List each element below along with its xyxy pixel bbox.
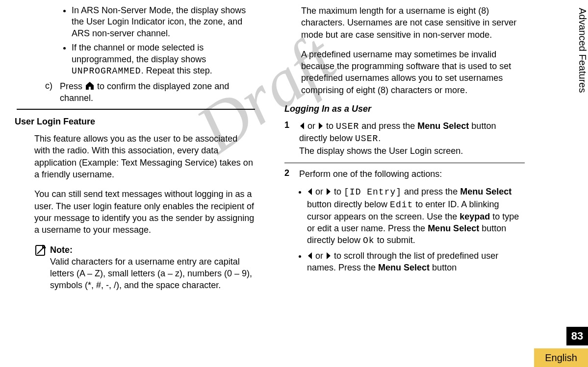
note-text: Valid characters for a username entry ar… [50,257,252,291]
note-block: Note: Valid characters for a username en… [15,244,255,292]
text: button directly below [307,199,390,209]
note-icon [34,244,50,292]
list-item: or to [ID Entry] and press the Menu Sele… [307,186,525,246]
bold-text: Menu Select [378,263,430,272]
language-label: English [534,348,588,367]
column-left: In ARS Non-Server Mode, the display show… [15,5,270,292]
paragraph: The maximum length for a username is eig… [284,5,525,41]
code-text: Edit [390,200,413,210]
note-body: Note: Valid characters for a username en… [50,244,255,292]
step-c: c) Press to confirm the displayed zone a… [45,81,255,104]
side-tab: Advanced Features 83 English [566,0,588,367]
note-title: Note: [50,245,73,255]
text: to [324,121,336,131]
left-arrow-icon [299,122,305,130]
section-heading: Logging In as a User [284,104,525,114]
right-arrow-icon [318,122,324,130]
text: . [378,133,381,143]
text: to submit. [375,235,415,245]
code-text: USER [336,122,359,131]
code-text: UNPROGRAMMED [72,66,141,76]
list-item: If the channel or mode selected is unpro… [72,42,255,77]
text: or [313,187,326,196]
code-text: Ok [363,236,375,245]
divider [284,163,525,163]
bold-text: Menu Select [428,223,479,233]
home-icon [85,81,95,90]
sub-bullet-list: or to [ID Entry] and press the Menu Sele… [284,186,525,273]
code-text: USER [355,134,378,144]
paragraph: This feature allows you as the user to b… [15,133,255,180]
divider [17,109,255,110]
text: The display shows the User Login screen. [299,146,463,156]
column-right: The maximum length for a username is eig… [270,5,525,292]
step-body: Perform one of the following actions: [299,168,525,180]
page-content: In ARS Non-Server Mode, the display show… [0,0,549,292]
left-arrow-icon [307,252,313,260]
right-arrow-icon [326,188,332,196]
step-2: 2 Perform one of the following actions: [284,168,525,180]
text: or [305,121,318,131]
right-arrow-icon [326,252,332,260]
text: to [332,187,344,196]
code-text: [ID Entry] [344,187,402,197]
text: If the channel or mode selected is unpro… [72,43,206,64]
step-body: or to USER and press the Menu Select but… [299,120,525,157]
text: and press the [402,187,460,196]
paragraph: You can still send text messages without… [15,188,255,236]
paragraph: A predefined username may sometimes be i… [284,49,525,96]
bold-text: Menu Select [460,187,511,196]
text: Press [60,81,85,91]
text: button [430,263,457,272]
bullet-list: In ARS Non-Server Mode, the display show… [63,5,255,77]
text: . Repeat this step. [141,66,212,75]
page-number: 83 [566,327,588,345]
step-1: 1 or to USER and press the Menu Select b… [284,120,525,157]
step-label: c) [45,81,60,104]
step-number: 2 [284,168,299,180]
bold-text: keypad [460,212,490,221]
text: or [313,251,326,261]
left-arrow-icon [307,188,313,196]
step-body: Press to confirm the displayed zone and … [60,81,255,104]
step-number: 1 [284,120,299,157]
text: and press the [359,121,417,131]
bold-text: Menu Select [417,121,469,131]
section-heading: User Login Feature [15,117,255,127]
list-item: or to scroll through the list of predefi… [307,250,525,274]
chapter-label: Advanced Features [566,5,588,113]
list-item: In ARS Non-Server Mode, the display show… [72,5,255,39]
